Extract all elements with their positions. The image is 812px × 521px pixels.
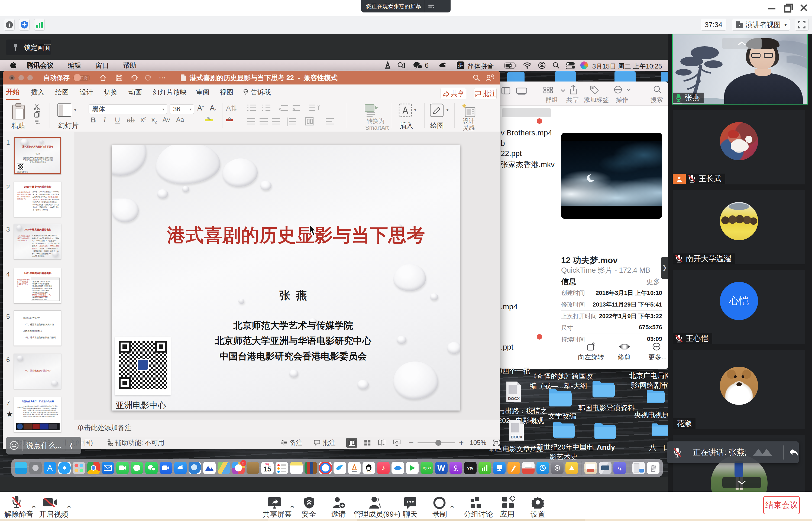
svg-text:DOCX: DOCX [508, 396, 520, 401]
svg-text:DOCX: DOCX [511, 435, 522, 439]
svg-text:?: ? [111, 443, 112, 446]
